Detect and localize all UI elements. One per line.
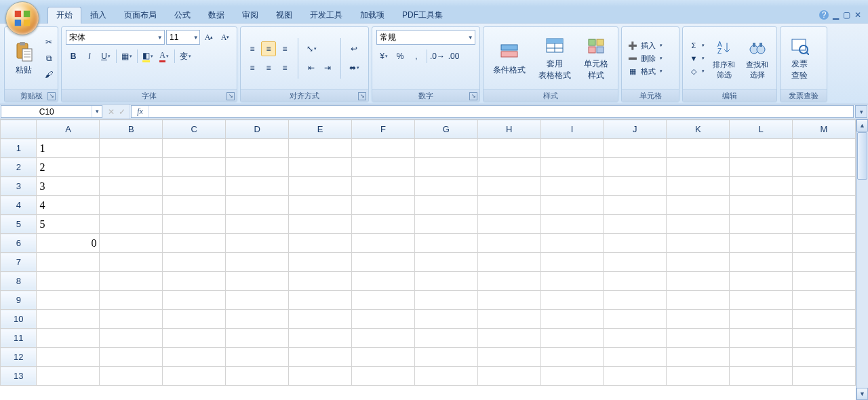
- spreadsheet-grid[interactable]: ABCDEFGHIJKLM11223344556078910111213: [0, 119, 856, 400]
- format-as-table-button[interactable]: 套用 表格格式: [534, 34, 575, 83]
- cell[interactable]: [351, 272, 414, 291]
- cell[interactable]: [414, 253, 477, 272]
- align-bottom-button[interactable]: ≡: [277, 41, 292, 56]
- italic-button[interactable]: I: [82, 49, 97, 64]
- cell[interactable]: 1: [37, 139, 100, 158]
- cell[interactable]: [226, 291, 289, 310]
- cell[interactable]: [793, 234, 856, 253]
- cell[interactable]: [163, 177, 226, 196]
- cell[interactable]: [477, 196, 540, 215]
- cell[interactable]: [730, 234, 793, 253]
- column-header[interactable]: K: [667, 120, 730, 139]
- cell[interactable]: [730, 272, 793, 291]
- cell[interactable]: 5: [37, 215, 100, 234]
- cell[interactable]: [604, 291, 667, 310]
- close-button[interactable]: ✕: [854, 10, 861, 20]
- align-center-button[interactable]: ≡: [261, 60, 276, 75]
- cell[interactable]: [37, 291, 100, 310]
- cell[interactable]: [793, 272, 856, 291]
- chevron-down-icon[interactable]: ▼: [92, 106, 102, 117]
- formula-input[interactable]: [149, 107, 853, 117]
- cell[interactable]: [540, 291, 604, 310]
- cell[interactable]: [351, 158, 414, 177]
- cell[interactable]: [100, 348, 163, 367]
- scroll-thumb[interactable]: [857, 132, 867, 180]
- cell[interactable]: [540, 158, 604, 177]
- tab-developer[interactable]: 开发工具: [301, 7, 351, 24]
- insert-function-button[interactable]: fx: [132, 106, 149, 117]
- align-left-button[interactable]: ≡: [245, 60, 260, 75]
- font-name-combo[interactable]: ▼: [66, 30, 165, 45]
- cell[interactable]: [37, 253, 100, 272]
- cell[interactable]: [289, 348, 352, 367]
- increase-decimal-button[interactable]: .0→: [430, 49, 445, 64]
- cell[interactable]: [414, 272, 477, 291]
- cell[interactable]: [226, 310, 289, 329]
- cell[interactable]: [100, 158, 163, 177]
- restore-button[interactable]: ▢: [843, 10, 850, 20]
- cell[interactable]: [100, 139, 163, 158]
- cell[interactable]: [667, 291, 730, 310]
- cell[interactable]: [351, 253, 414, 272]
- cell[interactable]: [100, 310, 163, 329]
- cell[interactable]: [540, 215, 604, 234]
- row-header[interactable]: 12: [1, 348, 37, 367]
- cell[interactable]: [289, 329, 352, 348]
- cell[interactable]: [730, 177, 793, 196]
- cell[interactable]: [793, 348, 856, 367]
- cell[interactable]: [667, 253, 730, 272]
- cell[interactable]: [604, 158, 667, 177]
- cell[interactable]: [226, 234, 289, 253]
- cell[interactable]: [100, 253, 163, 272]
- cell[interactable]: [226, 367, 289, 386]
- cell[interactable]: [667, 158, 730, 177]
- cell[interactable]: [100, 215, 163, 234]
- number-launcher[interactable]: ↘: [469, 92, 477, 100]
- cell[interactable]: [667, 234, 730, 253]
- cell[interactable]: [604, 272, 667, 291]
- minimize-ribbon-button[interactable]: ▁: [833, 10, 839, 20]
- cell[interactable]: [730, 215, 793, 234]
- cell[interactable]: [793, 196, 856, 215]
- cell[interactable]: [226, 196, 289, 215]
- cell[interactable]: [477, 158, 540, 177]
- column-header[interactable]: G: [414, 120, 477, 139]
- cell[interactable]: [604, 348, 667, 367]
- cell[interactable]: [414, 196, 477, 215]
- alignment-launcher[interactable]: ↘: [358, 92, 366, 100]
- cell[interactable]: [477, 329, 540, 348]
- cell[interactable]: [604, 367, 667, 386]
- cell[interactable]: [477, 177, 540, 196]
- chevron-down-icon[interactable]: ▼: [155, 35, 164, 41]
- phonetic-button[interactable]: 变: [178, 49, 193, 64]
- cell[interactable]: [37, 272, 100, 291]
- cell[interactable]: [351, 196, 414, 215]
- cell[interactable]: [226, 215, 289, 234]
- cell[interactable]: [793, 329, 856, 348]
- cell[interactable]: [477, 215, 540, 234]
- cell[interactable]: [226, 139, 289, 158]
- cell[interactable]: [730, 367, 793, 386]
- cell[interactable]: [37, 367, 100, 386]
- cell[interactable]: [414, 158, 477, 177]
- row-header[interactable]: 3: [1, 177, 37, 196]
- name-box[interactable]: ▼: [1, 105, 102, 118]
- cell[interactable]: [477, 310, 540, 329]
- bold-button[interactable]: B: [66, 49, 81, 64]
- cell[interactable]: [163, 215, 226, 234]
- cell[interactable]: [163, 158, 226, 177]
- increase-font-button[interactable]: A▴: [201, 30, 216, 45]
- cell[interactable]: [163, 196, 226, 215]
- row-header[interactable]: 4: [1, 196, 37, 215]
- cell[interactable]: [351, 139, 414, 158]
- chevron-down-icon[interactable]: ▼: [466, 35, 475, 41]
- cell[interactable]: [667, 196, 730, 215]
- cell[interactable]: [414, 177, 477, 196]
- cell[interactable]: [100, 329, 163, 348]
- cell[interactable]: [730, 348, 793, 367]
- cell[interactable]: [477, 139, 540, 158]
- cell[interactable]: [163, 348, 226, 367]
- tab-data[interactable]: 数据: [199, 7, 233, 24]
- cell[interactable]: [604, 329, 667, 348]
- cell[interactable]: [477, 272, 540, 291]
